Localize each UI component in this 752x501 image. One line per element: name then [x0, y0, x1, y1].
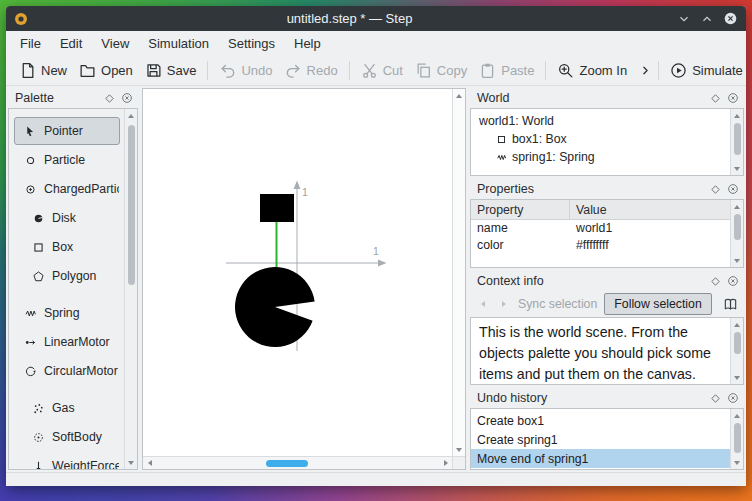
scroll-down-icon[interactable] — [731, 371, 743, 384]
context-info-panel-header: Context info — [470, 271, 744, 291]
palette-item-particle[interactable]: Particle — [14, 146, 120, 174]
titlebar[interactable]: untitled.step * — Step — [6, 6, 746, 31]
palette-item-disk[interactable]: Disk — [14, 204, 120, 232]
disk-object[interactable] — [235, 267, 315, 347]
box1-object[interactable] — [260, 194, 294, 222]
scroll-down-icon[interactable] — [731, 254, 743, 267]
context-info-panel: Context info Sync selection Follow selec… — [470, 271, 744, 385]
scroll-left-icon[interactable] — [143, 457, 156, 469]
palette-item-pointer[interactable]: Pointer — [14, 117, 120, 145]
scroll-down-icon[interactable] — [731, 162, 743, 175]
history-back-button[interactable] — [476, 296, 490, 312]
zoom-in-button[interactable]: Zoom In — [551, 58, 633, 83]
scroll-down-icon[interactable] — [453, 443, 465, 456]
scroll-up-icon[interactable] — [125, 109, 137, 122]
sync-selection-button[interactable]: Sync selection — [518, 297, 597, 311]
scroll-up-icon[interactable] — [731, 109, 743, 122]
paste-button[interactable]: Paste — [473, 58, 540, 83]
column-property[interactable]: Property — [471, 200, 570, 219]
column-value[interactable]: Value — [570, 200, 730, 219]
palette-item-spring[interactable]: Spring — [14, 299, 120, 327]
copy-button[interactable]: Copy — [409, 58, 473, 83]
palette-item-circularmotor[interactable]: CircularMotor — [14, 357, 120, 385]
scroll-right-icon[interactable] — [439, 457, 452, 469]
tree-item-world1[interactable]: world1: World — [471, 112, 730, 130]
disk-icon — [32, 212, 45, 225]
pointer-icon — [24, 125, 37, 138]
tree-item-spring1[interactable]: spring1: Spring — [471, 148, 730, 166]
canvas-horizontal-scrollbar[interactable] — [143, 456, 452, 469]
palette-item-box[interactable]: Box — [14, 233, 120, 261]
scroll-up-icon[interactable] — [731, 200, 743, 213]
palette-panel-header: Palette — [8, 88, 138, 108]
new-button[interactable]: New — [13, 58, 73, 83]
close-panel-icon[interactable] — [727, 183, 739, 195]
menu-settings[interactable]: Settings — [219, 33, 284, 54]
close-panel-icon[interactable] — [121, 92, 133, 104]
palette-item-linearmotor[interactable]: LinearMotor — [14, 328, 120, 356]
properties-scrollbar[interactable] — [730, 200, 743, 267]
world-canvas[interactable]: 1 1 — [142, 88, 466, 470]
redo-button[interactable]: Redo — [279, 58, 344, 83]
scroll-up-icon[interactable] — [731, 409, 743, 422]
palette-item-weightforce[interactable]: WeightForce — [14, 452, 120, 470]
follow-selection-button[interactable]: Follow selection — [604, 293, 711, 315]
window-title: untitled.step * — Step — [29, 11, 670, 26]
simulate-button[interactable]: Simulate — [664, 58, 746, 83]
float-panel-icon[interactable] — [710, 184, 721, 195]
undo-item-create-spring1[interactable]: Create spring1 — [471, 430, 730, 449]
scrollbar-thumb[interactable] — [734, 332, 741, 354]
toolbar-extension-button[interactable] — [633, 60, 658, 81]
scroll-down-icon[interactable] — [731, 456, 743, 469]
save-button[interactable]: Save — [139, 58, 203, 83]
cut-button[interactable]: Cut — [355, 58, 409, 83]
context-info-scrollbar[interactable] — [730, 318, 743, 384]
close-panel-icon[interactable] — [727, 275, 739, 287]
properties-table-header[interactable]: Property Value — [471, 200, 730, 220]
properties-panel-header: Properties — [470, 179, 744, 199]
scroll-up-icon[interactable] — [453, 89, 465, 102]
palette-item-softbody[interactable]: SoftBody — [14, 423, 120, 451]
scrollbar-thumb[interactable] — [734, 123, 741, 155]
property-row-name[interactable]: name world1 — [471, 220, 730, 237]
tree-item-box1[interactable]: box1: Box — [471, 130, 730, 148]
close-button[interactable] — [721, 10, 739, 28]
scrollbar-thumb[interactable] — [128, 125, 135, 285]
scrollbar-thumb[interactable] — [734, 423, 741, 453]
book-icon[interactable] — [723, 297, 738, 312]
minimize-button[interactable] — [675, 10, 693, 28]
toolbar-separator — [349, 61, 350, 80]
palette-scrollbar[interactable] — [124, 109, 137, 469]
scene-drawing: 1 1 — [143, 89, 452, 443]
palette-item-chargedparticle[interactable]: ChargedParticle — [14, 175, 120, 203]
scrollbar-thumb[interactable] — [266, 460, 308, 467]
menu-help[interactable]: Help — [285, 33, 330, 54]
canvas-vertical-scrollbar[interactable] — [452, 89, 465, 456]
close-panel-icon[interactable] — [727, 392, 739, 404]
undo-history-scrollbar[interactable] — [730, 409, 743, 469]
palette-item-polygon[interactable]: Polygon — [14, 262, 120, 290]
menu-edit[interactable]: Edit — [51, 33, 91, 54]
paste-icon — [479, 62, 496, 79]
menu-simulation[interactable]: Simulation — [139, 33, 218, 54]
scroll-up-icon[interactable] — [731, 318, 743, 331]
property-row-color[interactable]: color #ffffffff — [471, 237, 730, 254]
scroll-down-icon[interactable] — [125, 456, 137, 469]
float-panel-icon[interactable] — [104, 93, 115, 104]
scrollbar-thumb[interactable] — [734, 214, 741, 240]
palette-item-gas[interactable]: Gas — [14, 394, 120, 422]
undo-history-panel-header: Undo history — [470, 388, 744, 408]
world-scrollbar[interactable] — [730, 109, 743, 175]
open-button[interactable]: Open — [73, 58, 139, 83]
close-panel-icon[interactable] — [727, 92, 739, 104]
undo-item-create-box1[interactable]: Create box1 — [471, 411, 730, 430]
float-panel-icon[interactable] — [710, 393, 721, 404]
maximize-button[interactable] — [698, 10, 716, 28]
float-panel-icon[interactable] — [710, 276, 721, 287]
menu-file[interactable]: File — [11, 33, 50, 54]
menu-view[interactable]: View — [92, 33, 138, 54]
undo-item-move-end-of-spring1[interactable]: Move end of spring1 — [471, 449, 730, 468]
history-forward-button[interactable] — [497, 296, 511, 312]
undo-button[interactable]: Undo — [213, 58, 278, 83]
float-panel-icon[interactable] — [710, 93, 721, 104]
